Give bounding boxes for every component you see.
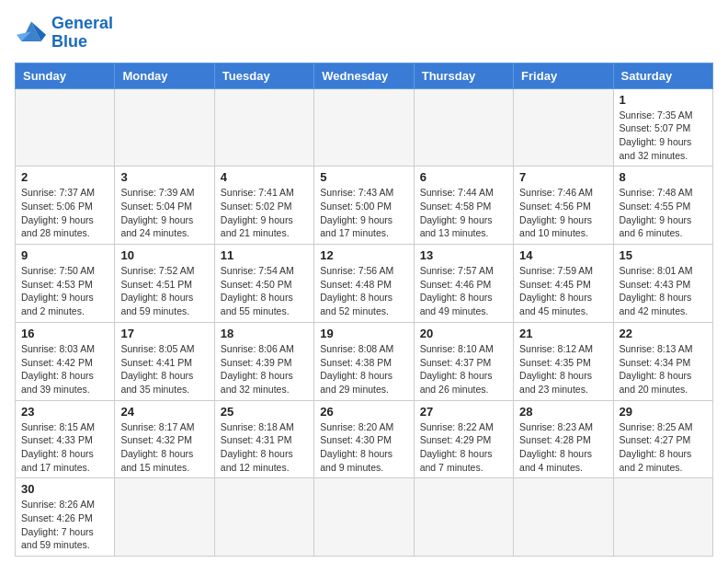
calendar-weekday-saturday: Saturday [613,63,712,88]
day-number: 11 [221,248,308,262]
calendar-day-cell [314,88,414,167]
calendar-day-cell [314,478,414,557]
calendar-day-cell: 29Sunrise: 8:25 AM Sunset: 4:27 PM Dayli… [613,400,712,478]
day-number: 14 [519,248,607,262]
day-info: Sunrise: 8:06 AM Sunset: 4:39 PM Dayligh… [221,342,308,396]
day-info: Sunrise: 7:52 AM Sunset: 4:51 PM Dayligh… [120,264,208,318]
day-number: 10 [120,248,208,262]
day-info: Sunrise: 8:08 AM Sunset: 4:38 PM Dayligh… [320,342,407,396]
calendar-day-cell: 19Sunrise: 8:08 AM Sunset: 4:38 PM Dayli… [314,322,414,400]
day-info: Sunrise: 7:46 AM Sunset: 4:56 PM Dayligh… [519,186,607,240]
calendar-day-cell: 4Sunrise: 7:41 AM Sunset: 5:02 PM Daylig… [214,167,313,245]
calendar-day-cell [514,88,613,167]
calendar-table: SundayMondayTuesdayWednesdayThursdayFrid… [15,63,713,557]
calendar-weekday-wednesday: Wednesday [314,63,414,88]
calendar-week-row: 16Sunrise: 8:03 AM Sunset: 4:42 PM Dayli… [16,322,713,400]
day-info: Sunrise: 7:44 AM Sunset: 4:58 PM Dayligh… [420,186,507,240]
day-number: 19 [320,327,407,340]
calendar-day-cell: 12Sunrise: 7:56 AM Sunset: 4:48 PM Dayli… [314,245,414,323]
calendar-header-row: SundayMondayTuesdayWednesdayThursdayFrid… [16,63,713,88]
calendar-day-cell: 5Sunrise: 7:43 AM Sunset: 5:00 PM Daylig… [314,167,414,245]
day-info: Sunrise: 8:05 AM Sunset: 4:41 PM Dayligh… [120,342,208,396]
calendar-day-cell: 23Sunrise: 8:15 AM Sunset: 4:33 PM Dayli… [16,400,115,478]
day-number: 2 [21,170,108,184]
day-number: 28 [519,405,607,419]
day-info: Sunrise: 7:59 AM Sunset: 4:45 PM Dayligh… [519,264,607,318]
day-info: Sunrise: 8:13 AM Sunset: 4:34 PM Dayligh… [620,342,707,396]
logo: GeneralBlue [15,15,113,52]
calendar-day-cell: 16Sunrise: 8:03 AM Sunset: 4:42 PM Dayli… [16,322,115,400]
day-info: Sunrise: 8:17 AM Sunset: 4:32 PM Dayligh… [120,420,208,475]
day-number: 27 [420,405,507,419]
day-number: 20 [420,327,507,340]
day-info: Sunrise: 8:20 AM Sunset: 4:30 PM Dayligh… [320,420,407,475]
day-info: Sunrise: 7:41 AM Sunset: 5:02 PM Dayligh… [221,186,308,240]
day-info: Sunrise: 7:50 AM Sunset: 4:53 PM Dayligh… [21,264,108,318]
calendar-day-cell [514,478,613,557]
day-number: 6 [420,170,507,184]
calendar-day-cell: 8Sunrise: 7:48 AM Sunset: 4:55 PM Daylig… [613,167,712,245]
calendar-day-cell: 27Sunrise: 8:22 AM Sunset: 4:29 PM Dayli… [414,400,513,478]
calendar-day-cell: 21Sunrise: 8:12 AM Sunset: 4:35 PM Dayli… [514,322,613,400]
calendar-day-cell [214,88,313,167]
calendar-day-cell: 18Sunrise: 8:06 AM Sunset: 4:39 PM Dayli… [214,322,313,400]
logo-text: GeneralBlue [51,15,113,52]
calendar-day-cell: 15Sunrise: 8:01 AM Sunset: 4:43 PM Dayli… [613,245,712,323]
day-info: Sunrise: 7:37 AM Sunset: 5:06 PM Dayligh… [21,186,108,240]
day-info: Sunrise: 8:03 AM Sunset: 4:42 PM Dayligh… [21,342,108,396]
day-info: Sunrise: 8:26 AM Sunset: 4:26 PM Dayligh… [21,498,108,552]
day-info: Sunrise: 8:15 AM Sunset: 4:33 PM Dayligh… [21,420,108,475]
day-info: Sunrise: 7:43 AM Sunset: 5:00 PM Dayligh… [320,186,407,240]
calendar-day-cell [414,88,513,167]
calendar-day-cell [414,478,513,557]
day-number: 21 [519,327,607,340]
day-number: 3 [120,170,208,184]
day-number: 26 [320,405,407,419]
day-info: Sunrise: 7:57 AM Sunset: 4:46 PM Dayligh… [420,264,507,318]
day-number: 17 [120,327,208,340]
calendar-day-cell: 17Sunrise: 8:05 AM Sunset: 4:41 PM Dayli… [115,322,214,400]
day-number: 22 [620,327,707,340]
calendar-day-cell: 9Sunrise: 7:50 AM Sunset: 4:53 PM Daylig… [16,245,115,323]
day-info: Sunrise: 7:56 AM Sunset: 4:48 PM Dayligh… [320,264,407,318]
calendar-day-cell: 24Sunrise: 8:17 AM Sunset: 4:32 PM Dayli… [115,400,214,478]
calendar-day-cell: 28Sunrise: 8:23 AM Sunset: 4:28 PM Dayli… [514,400,613,478]
calendar-day-cell: 30Sunrise: 8:26 AM Sunset: 4:26 PM Dayli… [16,478,115,557]
day-info: Sunrise: 7:54 AM Sunset: 4:50 PM Dayligh… [221,264,308,318]
day-number: 15 [620,248,707,262]
day-number: 30 [21,482,108,496]
day-info: Sunrise: 8:25 AM Sunset: 4:27 PM Dayligh… [620,420,707,475]
calendar-day-cell: 6Sunrise: 7:44 AM Sunset: 4:58 PM Daylig… [414,167,513,245]
calendar-weekday-monday: Monday [115,63,214,88]
day-number: 1 [620,93,707,107]
calendar-day-cell: 25Sunrise: 8:18 AM Sunset: 4:31 PM Dayli… [214,400,313,478]
calendar-week-row: 30Sunrise: 8:26 AM Sunset: 4:26 PM Dayli… [16,478,713,557]
calendar-day-cell: 22Sunrise: 8:13 AM Sunset: 4:34 PM Dayli… [613,322,712,400]
calendar-day-cell [115,478,214,557]
day-info: Sunrise: 8:18 AM Sunset: 4:31 PM Dayligh… [221,420,308,475]
calendar-day-cell [613,478,712,557]
day-number: 23 [21,405,108,419]
day-number: 8 [620,170,707,184]
calendar-day-cell: 13Sunrise: 7:57 AM Sunset: 4:46 PM Dayli… [414,245,513,323]
calendar-week-row: 23Sunrise: 8:15 AM Sunset: 4:33 PM Dayli… [16,400,713,478]
calendar-week-row: 9Sunrise: 7:50 AM Sunset: 4:53 PM Daylig… [16,245,713,323]
day-info: Sunrise: 7:48 AM Sunset: 4:55 PM Dayligh… [620,186,707,240]
day-info: Sunrise: 8:10 AM Sunset: 4:37 PM Dayligh… [420,342,507,396]
day-number: 29 [620,405,707,419]
day-info: Sunrise: 7:39 AM Sunset: 5:04 PM Dayligh… [120,186,208,240]
day-info: Sunrise: 8:23 AM Sunset: 4:28 PM Dayligh… [519,420,607,475]
calendar-weekday-tuesday: Tuesday [214,63,313,88]
calendar-day-cell [115,88,214,167]
calendar-day-cell: 14Sunrise: 7:59 AM Sunset: 4:45 PM Dayli… [514,245,613,323]
day-number: 18 [221,327,308,340]
day-number: 7 [519,170,607,184]
calendar-day-cell: 11Sunrise: 7:54 AM Sunset: 4:50 PM Dayli… [214,245,313,323]
day-number: 25 [221,405,308,419]
day-info: Sunrise: 8:12 AM Sunset: 4:35 PM Dayligh… [519,342,607,396]
calendar-week-row: 1Sunrise: 7:35 AM Sunset: 5:07 PM Daylig… [16,88,713,167]
calendar-day-cell: 10Sunrise: 7:52 AM Sunset: 4:51 PM Dayli… [115,245,214,323]
calendar-day-cell: 2Sunrise: 7:37 AM Sunset: 5:06 PM Daylig… [16,167,115,245]
calendar-day-cell: 26Sunrise: 8:20 AM Sunset: 4:30 PM Dayli… [314,400,414,478]
day-number: 4 [221,170,308,184]
